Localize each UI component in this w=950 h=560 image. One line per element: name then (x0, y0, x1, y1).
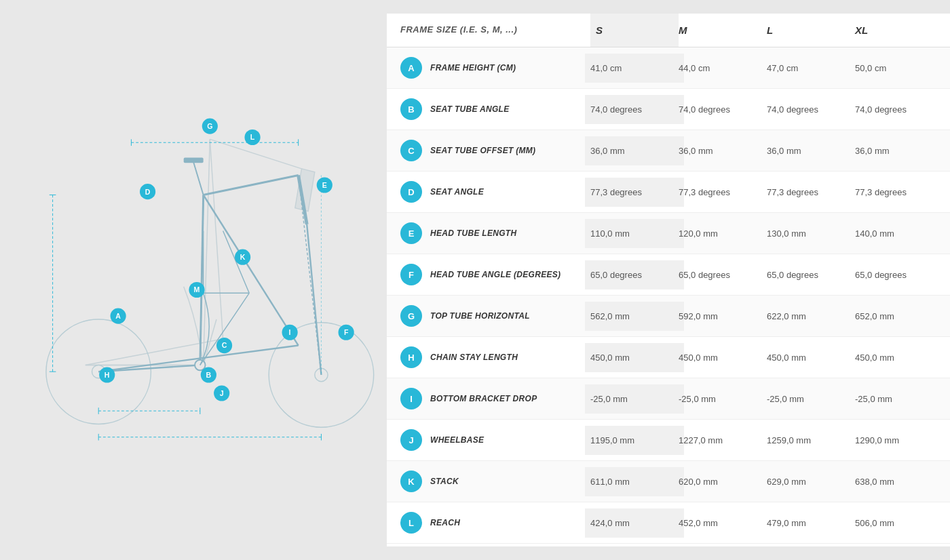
value-m: 74,0 degrees (679, 104, 767, 115)
row-badge: E (400, 222, 422, 244)
value-m: 620,0 mm (679, 477, 767, 487)
value-s: 110,0 mm (585, 219, 684, 248)
row-badge: I (400, 388, 422, 409)
value-s: 77,3 degrees (585, 178, 684, 207)
value-xl: 638,0 mm (855, 477, 943, 487)
value-s: 65,0 degrees (585, 260, 684, 289)
row-badge: B (400, 98, 422, 120)
table-row: G TOP TUBE HORIZONTAL 562,0 mm 592,0 mm … (387, 296, 950, 337)
row-label: J WHEELBASE (400, 429, 590, 451)
row-label: D SEAT ANGLE (400, 181, 590, 203)
value-m: 65,0 degrees (679, 270, 767, 280)
size-l-header: L (767, 24, 855, 36)
svg-text:F: F (344, 328, 349, 336)
row-label: K STACK (400, 471, 590, 492)
value-m: 77,3 degrees (679, 187, 767, 197)
table-row: I BOTTOM BRACKET DROP -25,0 mm -25,0 mm … (387, 378, 950, 420)
row-name: WHEELBASE (430, 435, 484, 445)
svg-text:G: G (207, 122, 212, 130)
svg-rect-0 (20, 90, 373, 470)
value-l: -25,0 mm (767, 394, 855, 404)
row-name: STACK (430, 477, 459, 486)
table-row: A FRAME HEIGHT (CM) 41,0 cm 44,0 cm 47,0… (387, 47, 950, 89)
row-label: B SEAT TUBE ANGLE (400, 98, 590, 120)
row-name: TOP TUBE HORIZONTAL (430, 311, 530, 321)
value-xl: 65,0 degrees (855, 270, 943, 280)
svg-text:E: E (322, 181, 327, 189)
value-l: 622,0 mm (767, 311, 855, 321)
value-l: 1259,0 mm (767, 435, 855, 445)
value-xl: 140,0 mm (855, 228, 943, 239)
row-label: C SEAT TUBE OFFSET (MM) (400, 140, 590, 161)
specs-table: FRAME SIZE (I.E. S, M, ...) S M L XL A F… (387, 14, 950, 546)
value-l: 65,0 degrees (767, 270, 855, 280)
row-name: HEAD TUBE LENGTH (430, 228, 516, 238)
value-m: 592,0 mm (679, 311, 767, 321)
table-row: F HEAD TUBE ANGLE (DEGREES) 65,0 degrees… (387, 254, 950, 296)
row-name: CHAIN STAY LENGTH (430, 353, 518, 362)
value-m: 450,0 mm (679, 353, 767, 363)
value-l: 130,0 mm (767, 228, 855, 239)
row-name: BOTTOM BRACKET DROP (430, 394, 537, 403)
value-l: 36,0 mm (767, 146, 855, 156)
frame-size-header: FRAME SIZE (I.E. S, M, ...) (400, 24, 590, 36)
value-xl: 652,0 mm (855, 311, 943, 321)
table-header: FRAME SIZE (I.E. S, M, ...) S M L XL (387, 14, 950, 47)
value-s: 562,0 mm (585, 302, 684, 331)
value-xl: 74,0 degrees (855, 104, 943, 115)
svg-text:I: I (289, 328, 291, 336)
svg-text:B: B (206, 371, 212, 379)
size-m-header: M (679, 24, 767, 36)
value-s: 74,0 degrees (585, 95, 684, 124)
value-l: 77,3 degrees (767, 187, 855, 197)
value-s: -25,0 mm (585, 384, 684, 414)
rows-container: A FRAME HEIGHT (CM) 41,0 cm 44,0 cm 47,0… (387, 47, 950, 544)
bike-diagram: G L D E K M A (14, 90, 380, 470)
row-name: SEAT TUBE OFFSET (MM) (430, 146, 535, 155)
table-row: K STACK 611,0 mm 620,0 mm 629,0 mm 638,0… (387, 461, 950, 502)
row-badge: H (400, 346, 422, 368)
row-label: E HEAD TUBE LENGTH (400, 222, 590, 244)
table-row: D SEAT ANGLE 77,3 degrees 77,3 degrees 7… (387, 172, 950, 213)
table-row: B SEAT TUBE ANGLE 74,0 degrees 74,0 degr… (387, 89, 950, 130)
table-row: E HEAD TUBE LENGTH 110,0 mm 120,0 mm 130… (387, 213, 950, 254)
value-xl: 36,0 mm (855, 146, 943, 156)
table-row: H CHAIN STAY LENGTH 450,0 mm 450,0 mm 45… (387, 337, 950, 378)
row-badge: C (400, 140, 422, 161)
value-xl: 450,0 mm (855, 353, 943, 363)
row-badge: L (400, 512, 422, 534)
value-s: 424,0 mm (585, 508, 684, 538)
value-m: 36,0 mm (679, 146, 767, 156)
svg-text:D: D (145, 188, 151, 196)
row-badge: J (400, 429, 422, 451)
value-l: 450,0 mm (767, 353, 855, 363)
row-label: I BOTTOM BRACKET DROP (400, 388, 590, 409)
table-row: C SEAT TUBE OFFSET (MM) 36,0 mm 36,0 mm … (387, 130, 950, 172)
svg-text:J: J (220, 389, 224, 397)
value-l: 74,0 degrees (767, 104, 855, 115)
svg-text:C: C (222, 341, 227, 349)
value-l: 479,0 mm (767, 518, 855, 528)
value-xl: 506,0 mm (855, 518, 943, 528)
row-label: A FRAME HEIGHT (CM) (400, 57, 590, 79)
value-l: 629,0 mm (767, 477, 855, 487)
value-xl: 1290,0 mm (855, 435, 943, 445)
table-row: J WHEELBASE 1195,0 mm 1227,0 mm 1259,0 m… (387, 420, 950, 461)
main-container: G L D E K M A (0, 0, 950, 560)
value-xl: 77,3 degrees (855, 187, 943, 197)
svg-text:L: L (250, 133, 255, 141)
row-label: L REACH (400, 512, 590, 534)
svg-text:A: A (115, 312, 121, 320)
value-s: 36,0 mm (585, 136, 684, 165)
row-badge: A (400, 57, 422, 79)
value-s: 450,0 mm (585, 343, 684, 372)
diagram-section: G L D E K M A (7, 14, 387, 546)
svg-text:K: K (240, 253, 246, 261)
row-name: SEAT ANGLE (430, 187, 484, 197)
svg-text:H: H (104, 371, 110, 379)
row-label: H CHAIN STAY LENGTH (400, 346, 590, 368)
size-s-header: S (590, 14, 679, 47)
value-xl: -25,0 mm (855, 394, 943, 404)
value-xl: 50,0 cm (855, 63, 943, 73)
value-m: 452,0 mm (679, 518, 767, 528)
